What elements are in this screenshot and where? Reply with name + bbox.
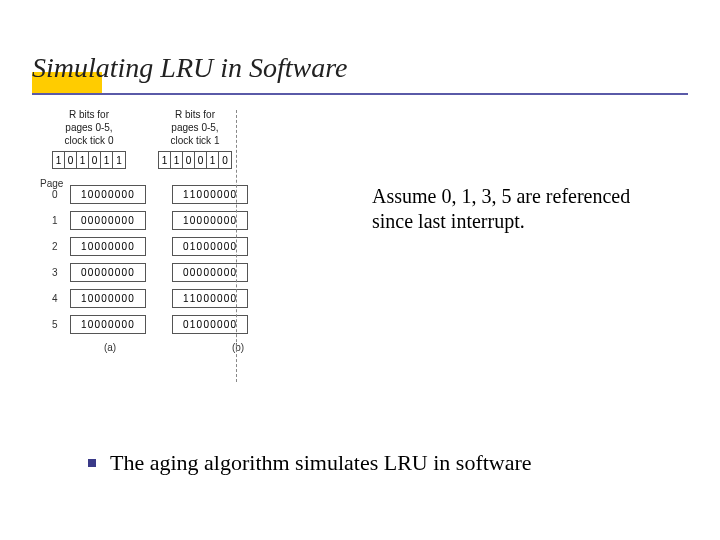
rbit-cell: 1 [77, 152, 89, 168]
rbit-cell: 1 [159, 152, 171, 168]
accent-line [32, 93, 688, 95]
slide-title: Simulating LRU in Software [32, 52, 348, 84]
col-a: R bits for pages 0-5, clock tick 0 1 0 1… [52, 108, 126, 179]
table-row: 5 10000000 01000000 [52, 315, 296, 334]
counter-a: 00000000 [70, 211, 146, 230]
rbit-cell: 1 [53, 152, 65, 168]
rbit-cell: 1 [113, 152, 125, 168]
col-a-header: R bits for pages 0-5, clock tick 0 [65, 108, 114, 147]
row-index: 5 [52, 319, 70, 330]
counter-rows: 0 10000000 11000000 1 00000000 10000000 … [52, 185, 296, 334]
figure: R bits for pages 0-5, clock tick 0 1 0 1… [52, 108, 296, 353]
annotation-text: Assume 0, 1, 3, 5 are referenced since l… [372, 184, 652, 234]
row-index: 2 [52, 241, 70, 252]
divider [236, 110, 237, 382]
sub-a: (a) [52, 342, 168, 353]
counter-a: 10000000 [70, 315, 146, 334]
table-row: 0 10000000 11000000 [52, 185, 296, 204]
rbit-cell: 1 [207, 152, 219, 168]
rbit-cell: 0 [183, 152, 195, 168]
table-row: 3 00000000 00000000 [52, 263, 296, 282]
row-index: 3 [52, 267, 70, 278]
counter-a: 10000000 [70, 237, 146, 256]
rbit-cell: 1 [171, 152, 183, 168]
rbit-cell: 0 [65, 152, 77, 168]
table-row: 1 00000000 10000000 [52, 211, 296, 230]
table-row: 2 10000000 01000000 [52, 237, 296, 256]
counter-a: 00000000 [70, 263, 146, 282]
sub-b: (b) [180, 342, 296, 353]
row-index: 1 [52, 215, 70, 226]
col-b-header: R bits for pages 0-5, clock tick 1 [171, 108, 220, 147]
rbit-cell: 1 [101, 152, 113, 168]
counter-a: 10000000 [70, 289, 146, 308]
row-index: 0 [52, 189, 70, 200]
row-index: 4 [52, 293, 70, 304]
rbit-cell: 0 [219, 152, 231, 168]
sub-labels: (a) (b) [52, 342, 296, 353]
counter-a: 10000000 [70, 185, 146, 204]
col-b: R bits for pages 0-5, clock tick 1 1 1 0… [158, 108, 232, 179]
table-row: 4 10000000 11000000 [52, 289, 296, 308]
square-bullet-icon [88, 459, 96, 467]
bullet-text: The aging algorithm simulates LRU in sof… [110, 450, 532, 476]
rbits-a: 1 0 1 0 1 1 [52, 151, 126, 169]
rbit-cell: 0 [89, 152, 101, 168]
rbits-b: 1 1 0 0 1 0 [158, 151, 232, 169]
bullet-row: The aging algorithm simulates LRU in sof… [88, 450, 532, 476]
rbit-cell: 0 [195, 152, 207, 168]
